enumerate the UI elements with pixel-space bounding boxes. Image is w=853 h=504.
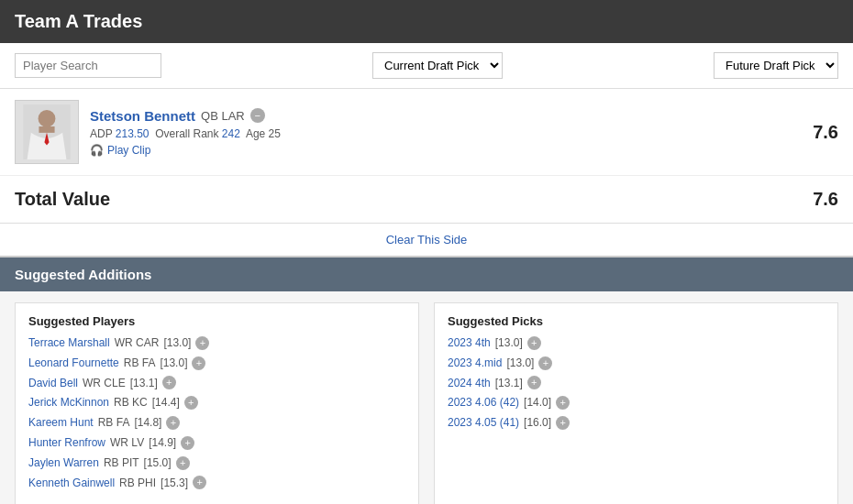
suggested-player-value: [14.4] bbox=[152, 395, 180, 411]
list-item: 2023 4.05 (41) [16.0] + bbox=[448, 415, 825, 431]
suggested-player-pos: WR CLE bbox=[83, 376, 126, 391]
suggested-players-card: Suggested Players Terrace Marshall WR CA… bbox=[15, 302, 419, 504]
suggested-player-link[interactable]: Hunter Renfrow bbox=[28, 435, 105, 451]
suggested-player-link[interactable]: Kareem Hunt bbox=[28, 415, 94, 431]
suggested-player-pos: RB FA bbox=[98, 415, 130, 431]
total-label: Total Value bbox=[15, 189, 110, 210]
suggested-title: Suggested Additions bbox=[15, 267, 151, 282]
suggested-player-value: [14.9] bbox=[149, 435, 176, 451]
future-draft-pick-select[interactable]: Future Draft Pick 2024 1st 2024 2nd bbox=[714, 52, 838, 79]
list-item: Leonard Fournette RB FA [13.0] + bbox=[28, 356, 405, 371]
list-item: Kareem Hunt RB FA [14.8] + bbox=[28, 415, 405, 431]
list-item: Hunter Renfrow WR LV [14.9] + bbox=[28, 435, 405, 451]
list-item: Jerick McKinnon RB KC [14.4] + bbox=[28, 395, 405, 411]
list-item: Kenneth Gainwell RB PHI [15.3] + bbox=[28, 476, 405, 491]
suggested-player-link[interactable]: Kenneth Gainwell bbox=[28, 476, 115, 491]
suggested-pick-link[interactable]: 2023 4th bbox=[448, 335, 491, 351]
suggested-player-link[interactable]: Leonard Fournette bbox=[28, 356, 119, 371]
remove-player-button[interactable]: − bbox=[250, 108, 265, 123]
add-pick-button[interactable]: + bbox=[556, 416, 570, 430]
suggested-picks-card: Suggested Picks 2023 4th [13.0] + 2023 4… bbox=[434, 302, 838, 504]
add-player-button[interactable]: + bbox=[193, 476, 206, 489]
suggested-pick-value: [14.0] bbox=[524, 395, 551, 411]
current-draft-pick-select[interactable]: Current Draft Pick 2023 1st 2023 2nd bbox=[372, 52, 503, 79]
player-info: Stetson Bennett QB LAR − ADP 213.50 Over… bbox=[90, 108, 781, 157]
suggested-player-value: [15.3] bbox=[161, 476, 188, 491]
add-player-button[interactable]: + bbox=[166, 416, 180, 430]
player-name: Stetson Bennett bbox=[90, 108, 195, 124]
suggested-player-value: [13.1] bbox=[130, 376, 158, 391]
svg-rect-2 bbox=[39, 126, 54, 133]
suggested-body: Suggested Players Terrace Marshall WR CA… bbox=[0, 291, 853, 504]
add-pick-button[interactable]: + bbox=[527, 336, 541, 350]
player-name-line: Stetson Bennett QB LAR − bbox=[90, 108, 781, 124]
add-pick-button[interactable]: + bbox=[556, 396, 570, 410]
suggested-player-pos: WR LV bbox=[110, 435, 144, 451]
add-player-button[interactable]: + bbox=[176, 456, 190, 470]
suggested-picks-title: Suggested Picks bbox=[448, 314, 825, 328]
play-clip-link[interactable]: 🎧 Play Clip bbox=[90, 144, 781, 157]
page-title: Team A Trades bbox=[15, 11, 142, 31]
controls-row: Current Draft Pick 2023 1st 2023 2nd Fut… bbox=[0, 43, 853, 89]
add-pick-button[interactable]: + bbox=[538, 356, 552, 370]
player-row: Stetson Bennett QB LAR − ADP 213.50 Over… bbox=[0, 89, 853, 176]
suggested-players-list: Terrace Marshall WR CAR [13.0] + Leonard… bbox=[28, 335, 405, 490]
suggested-player-pos: RB KC bbox=[114, 395, 148, 411]
add-player-button[interactable]: + bbox=[195, 336, 209, 350]
add-player-button[interactable]: + bbox=[181, 436, 194, 450]
suggested-player-link[interactable]: Jaylen Warren bbox=[28, 455, 99, 471]
suggested-pick-value: [13.1] bbox=[495, 376, 523, 391]
suggested-players-title: Suggested Players bbox=[28, 314, 405, 328]
suggested-player-pos: RB FA bbox=[124, 356, 156, 371]
list-item: David Bell WR CLE [13.1] + bbox=[28, 376, 405, 391]
add-player-button[interactable]: + bbox=[184, 396, 198, 410]
suggested-player-link[interactable]: Jerick McKinnon bbox=[28, 395, 109, 411]
list-item: Jaylen Warren RB PIT [15.0] + bbox=[28, 455, 405, 471]
suggested-player-pos: WR CAR bbox=[115, 335, 160, 351]
suggested-pick-value: [16.0] bbox=[524, 415, 551, 431]
player-adp: ADP 213.50 Overall Rank 242 Age 25 bbox=[90, 127, 781, 140]
suggested-pick-link[interactable]: 2023 4.mid bbox=[448, 356, 502, 371]
add-pick-button[interactable]: + bbox=[527, 376, 541, 389]
add-player-button[interactable]: + bbox=[162, 376, 176, 389]
suggested-player-value: [13.0] bbox=[160, 356, 187, 371]
list-item: 2023 4th [13.0] + bbox=[448, 335, 825, 351]
list-item: 2024 4th [13.1] + bbox=[448, 376, 825, 391]
suggested-player-pos: RB PIT bbox=[104, 455, 139, 471]
avatar bbox=[15, 100, 79, 164]
suggested-player-pos: RB PHI bbox=[119, 476, 156, 491]
headphone-icon: 🎧 bbox=[90, 144, 104, 157]
clear-this-side-link[interactable]: Clear This Side bbox=[386, 233, 468, 247]
suggested-picks-list: 2023 4th [13.0] + 2023 4.mid [13.0] + 20… bbox=[448, 335, 825, 431]
total-value: 7.6 bbox=[813, 189, 838, 210]
suggested-header: Suggested Additions bbox=[0, 257, 853, 291]
suggested-player-link[interactable]: Terrace Marshall bbox=[28, 335, 110, 351]
player-pos-team: QB LAR bbox=[201, 109, 245, 123]
suggested-player-value: [15.0] bbox=[144, 455, 172, 471]
add-player-button[interactable]: + bbox=[192, 356, 205, 370]
clear-row: Clear This Side bbox=[0, 224, 853, 257]
suggested-player-value: [13.0] bbox=[163, 335, 191, 351]
suggested-player-link[interactable]: David Bell bbox=[28, 376, 78, 391]
player-value: 7.6 bbox=[792, 122, 838, 143]
svg-point-1 bbox=[39, 110, 56, 127]
suggested-pick-link[interactable]: 2024 4th bbox=[448, 376, 491, 391]
suggested-player-value: [14.8] bbox=[134, 415, 161, 431]
list-item: Terrace Marshall WR CAR [13.0] + bbox=[28, 335, 405, 351]
suggested-pick-link[interactable]: 2023 4.06 (42) bbox=[448, 395, 519, 411]
suggested-pick-link[interactable]: 2023 4.05 (41) bbox=[448, 415, 519, 431]
suggested-pick-value: [13.0] bbox=[506, 356, 534, 371]
page-header: Team A Trades bbox=[0, 0, 853, 43]
suggested-pick-value: [13.0] bbox=[495, 335, 523, 351]
total-row: Total Value 7.6 bbox=[0, 176, 853, 224]
search-input[interactable] bbox=[15, 53, 161, 78]
list-item: 2023 4.mid [13.0] + bbox=[448, 356, 825, 371]
list-item: 2023 4.06 (42) [14.0] + bbox=[448, 395, 825, 411]
